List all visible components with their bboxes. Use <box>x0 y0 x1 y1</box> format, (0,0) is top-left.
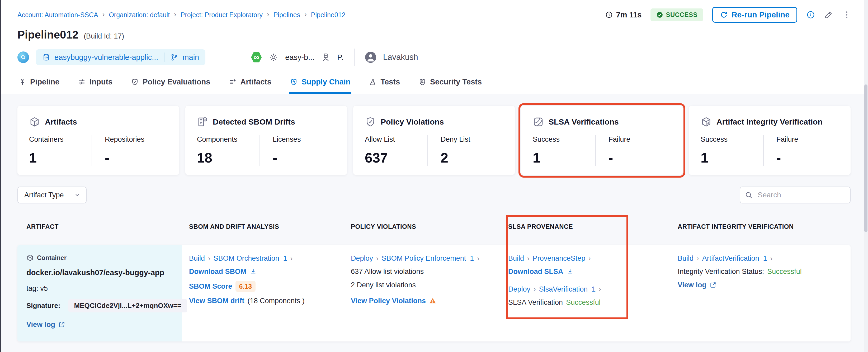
info-icon[interactable] <box>806 10 815 19</box>
tab-supply-chain[interactable]: Supply Chain <box>289 75 351 94</box>
trigger-pipeline-name[interactable]: easy-b... <box>285 53 314 62</box>
slsa-verification-status: Successful <box>566 298 600 307</box>
search-input[interactable] <box>740 187 850 203</box>
slsa-stage2-link[interactable]: Deploy <box>508 285 530 293</box>
stat-label: Allow List <box>365 135 427 143</box>
slsa-step2-link[interactable]: SlsaVerification_1 <box>539 285 596 293</box>
sbom-score-link[interactable]: SBOM Score <box>189 282 232 290</box>
slsa-verification-label: SLSA Verification <box>508 298 563 307</box>
slsa-step1-link[interactable]: ProvenanceStep <box>533 254 586 262</box>
kebab-menu-icon[interactable] <box>842 10 851 19</box>
card-artifacts: Artifacts Containers1 Repositories- <box>18 106 179 175</box>
repository-icon <box>42 53 50 61</box>
sbom-stage-link[interactable]: Build <box>189 254 205 262</box>
breadcrumb-item-organization[interactable]: Organization: default <box>109 11 170 19</box>
container-cube-icon <box>26 254 34 261</box>
trigger-avatar-icon <box>18 52 29 63</box>
artifact-type-chip: Container <box>26 254 174 261</box>
pipeline-icon <box>19 78 26 86</box>
page-title: Pipeline012 <box>18 29 79 41</box>
chevron-right-icon: › <box>527 254 530 262</box>
integrity-status-value: Successful <box>767 267 802 276</box>
scrollbar[interactable] <box>864 0 868 352</box>
view-policy-violations-link[interactable]: View Policy Violations <box>351 296 426 305</box>
triggered-by-user: Lavakush <box>383 53 418 62</box>
policy-step-link[interactable]: SBOM Policy Enforcement_1 <box>382 254 474 262</box>
cube-icon <box>29 116 40 127</box>
stat-label: Repositories <box>105 135 167 143</box>
breadcrumb-item-pipeline012[interactable]: Pipeline012 <box>311 11 346 19</box>
stat-value: 1 <box>29 150 92 166</box>
breadcrumb-item-project[interactable]: Project: Product Exploratory <box>181 11 263 19</box>
tab-artifacts[interactable]: Artifacts <box>227 75 273 94</box>
chevron-right-icon: › <box>697 254 699 262</box>
card-slsa-verifications: SLSA Verifications Success1 Failure- <box>521 106 683 175</box>
artifact-view-log-link[interactable]: View log <box>26 320 55 329</box>
col-header-policy-violations: POLICY VIOLATIONS <box>344 223 501 230</box>
infra-icon <box>321 53 330 62</box>
scrollbar-thumb[interactable] <box>864 85 867 232</box>
stat-label: Success <box>701 135 763 143</box>
stat-value: 637 <box>365 150 427 166</box>
chevron-right-icon: › <box>376 254 378 262</box>
table-row: Container docker.io/lavakush07/easy-bugg… <box>18 245 850 342</box>
stat-value: - <box>105 150 167 166</box>
gear-icon <box>269 53 278 62</box>
deny-list-violations: 2 Deny list violations <box>351 281 416 289</box>
shield-check-icon <box>365 116 376 127</box>
security-tests-icon <box>418 78 426 86</box>
policy-stage-link[interactable]: Deploy <box>351 254 373 262</box>
integrity-status-label: Integrity Verification Status: <box>678 267 764 276</box>
card-title: SLSA Verifications <box>549 118 619 126</box>
policy-violations-cell: Deploy › SBOM Policy Enforcement_1 › 637… <box>344 245 501 342</box>
nav-edge-strip <box>0 0 1 352</box>
download-sbom-link[interactable]: Download SBOM <box>189 267 247 276</box>
edit-pencil-icon[interactable] <box>824 10 833 19</box>
card-sbom-drifts: Detected SBOM Drifts Components18 Licens… <box>185 106 347 175</box>
branch-name[interactable]: main <box>182 53 199 62</box>
repo-branch-pill[interactable]: easybuggy-vulnerable-applic... main <box>36 49 206 65</box>
external-link-icon <box>710 282 716 288</box>
stat-label: Failure <box>609 135 671 143</box>
col-header-sbom: SBOM AND DRIFT ANALYSIS <box>182 223 344 230</box>
breadcrumb-separator: › <box>304 10 307 19</box>
summary-cards-row: Artifacts Containers1 Repositories- Dete… <box>18 106 850 175</box>
avatar-icon <box>365 52 376 63</box>
repo-name[interactable]: easybuggy-vulnerable-applic... <box>54 53 158 62</box>
tab-pipeline[interactable]: Pipeline <box>18 75 60 94</box>
sbom-step-link[interactable]: SBOM Orchestration_1 <box>214 254 287 262</box>
tab-inputs[interactable]: Inputs <box>77 75 114 94</box>
tab-policy-evaluations[interactable]: Policy Evaluations <box>130 75 211 94</box>
rerun-pipeline-button[interactable]: Re-run Pipeline <box>712 7 797 23</box>
stat-label: Failure <box>776 135 839 143</box>
clock-icon <box>605 11 613 19</box>
execution-duration: 7m 11s <box>605 10 642 19</box>
tab-security-tests[interactable]: Security Tests <box>417 75 483 94</box>
warning-icon <box>429 297 436 305</box>
supply-chain-page: Account: Automation-SSCA › Organization:… <box>0 0 868 352</box>
signature-value[interactable]: MEQCICde2Vjl...L+2+mqnOXw== <box>68 299 187 312</box>
breadcrumb-item-pipelines[interactable]: Pipelines <box>274 11 300 19</box>
breadcrumb-separator: › <box>102 10 105 19</box>
view-sbom-drift-link[interactable]: View SBOM drift <box>189 296 244 305</box>
breadcrumb-item-account[interactable]: Account: Automation-SSCA <box>18 11 98 19</box>
environment-short-label[interactable]: P. <box>337 53 343 62</box>
card-artifact-integrity: Artifact Integrity Verification Success1… <box>689 106 850 175</box>
build-id-label: (Build Id: 17) <box>84 32 124 40</box>
integrity-view-log-link[interactable]: View log <box>678 281 707 289</box>
artifact-image-name: docker.io/lavakush07/easy-buggy-app <box>26 268 174 277</box>
page-header: Account: Automation-SSCA › Organization:… <box>0 0 868 94</box>
slsa-stage1-link[interactable]: Build <box>508 254 524 262</box>
card-title: Policy Violations <box>381 118 444 126</box>
stat-value: 18 <box>197 150 259 166</box>
integrity-step-link[interactable]: ArtifactVerification_1 <box>702 254 767 262</box>
cube-icon <box>701 116 712 127</box>
stat-label: Deny List <box>441 135 503 143</box>
integrity-stage-link[interactable]: Build <box>678 254 693 262</box>
refresh-icon <box>720 11 728 19</box>
tab-tests[interactable]: Tests <box>368 75 401 94</box>
slsa-icon <box>533 116 544 127</box>
artifact-type-select[interactable]: Artifact Type <box>18 187 87 203</box>
download-slsa-link[interactable]: Download SLSA <box>508 267 563 276</box>
stat-label: Success <box>533 135 595 143</box>
